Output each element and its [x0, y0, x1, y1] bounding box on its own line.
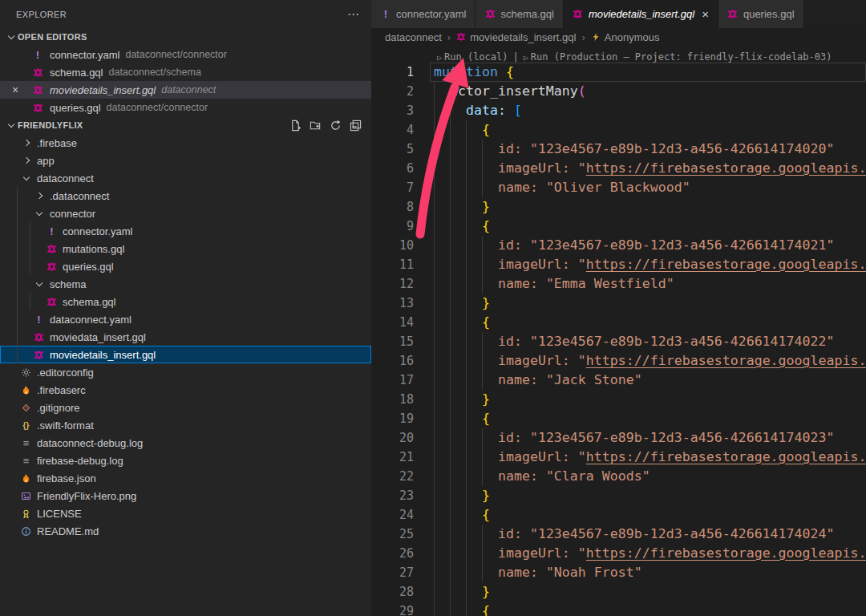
- code-line-content[interactable]: name: "Clara Woods": [414, 467, 866, 486]
- tree-item-label: mutations.gql: [63, 243, 124, 255]
- close-tab-icon[interactable]: ×: [702, 7, 709, 21]
- open-editor-connector-yaml[interactable]: !connector.yamldataconnect/connector: [0, 46, 371, 63]
- code-line-content[interactable]: }: [414, 197, 866, 217]
- code-line-content[interactable]: imageUrl: "https://firebasestorage.googl…: [414, 351, 866, 371]
- tree-item-schema[interactable]: schema: [0, 275, 371, 293]
- indent-guide: [434, 101, 435, 120]
- tree-item-readme-md[interactable]: README.md: [0, 522, 371, 540]
- code-line-content[interactable]: {: [414, 602, 866, 616]
- breadcrumb-item-moviedetails-insert-gql[interactable]: moviedetails_insert.gql: [456, 31, 576, 43]
- tree-item-dataconnect[interactable]: .dataconnect: [0, 187, 371, 205]
- code-line-content[interactable]: {: [414, 217, 866, 236]
- tree-item-firebaserc[interactable]: .firebaserc: [0, 381, 371, 399]
- line-number: 10: [371, 236, 414, 255]
- code-line-content[interactable]: data: [: [414, 101, 866, 120]
- line-number: 23: [371, 486, 414, 505]
- tree-item-firebase-json[interactable]: firebase.json: [0, 469, 371, 487]
- code-line-content[interactable]: imageUrl: "https://firebasestorage.googl…: [414, 255, 866, 274]
- indent-guide: [450, 582, 451, 602]
- tree-item-dataconnect-yaml[interactable]: !dataconnect.yaml: [0, 310, 371, 328]
- new-file-button[interactable]: [289, 119, 301, 132]
- code-line-content[interactable]: imageUrl: "https://firebasestorage.googl…: [414, 544, 866, 563]
- tree-item-dataconnect-debug-log[interactable]: ≡dataconnect-debug.log: [0, 434, 371, 452]
- line-number: 16: [371, 351, 414, 371]
- explorer-sidebar: EXPLORER ⋯ OPEN EDITORS !connector.yamld…: [0, 0, 371, 616]
- tree-item-dataconnect[interactable]: dataconnect: [0, 169, 371, 187]
- code-line: 10 id: "123e4567-e89b-12d3-a456-42661417…: [371, 236, 866, 255]
- code-line-content[interactable]: }: [414, 390, 866, 409]
- breadcrumb-item-dataconnect[interactable]: dataconnect: [385, 31, 442, 43]
- tree-item-connector[interactable]: connector: [0, 205, 371, 222]
- code-line: 3 data: [: [371, 101, 866, 120]
- codelens-run-local[interactable]: ▷Run (local): [437, 51, 508, 63]
- more-actions-button[interactable]: ⋯: [347, 7, 360, 22]
- codelens-run-production[interactable]: ▷Run (Production – Project: friendly-fli…: [524, 51, 832, 63]
- code-line-content[interactable]: mutation {: [414, 63, 866, 82]
- code-line-content[interactable]: name: "Emma Westfield": [414, 274, 866, 294]
- tree-item-moviedetails-insert-gql[interactable]: moviedetails_insert.gql: [0, 346, 371, 363]
- code-line-content[interactable]: name: "Noah Frost": [414, 563, 866, 582]
- code-line-content[interactable]: id: "123e4567-e89b-12d3-a456-42661417402…: [414, 525, 866, 544]
- flame-icon: [21, 473, 31, 484]
- code-line-content[interactable]: }: [414, 486, 866, 505]
- tree-item-firebase-debug-log[interactable]: ≡firebase-debug.log: [0, 452, 371, 469]
- tree-item-swift-format[interactable]: {}.swift-format: [0, 416, 371, 434]
- open-editor-queries-gql[interactable]: queries.gqldataconnect/connector: [0, 99, 371, 116]
- tree-item-moviedata-insert-gql[interactable]: moviedata_insert.gql: [0, 328, 371, 346]
- code-line-content[interactable]: {: [414, 409, 866, 428]
- tree-item-connector-yaml[interactable]: !connector.yaml: [0, 222, 371, 240]
- tree-item-firebase[interactable]: .firebase: [0, 134, 371, 152]
- open-editor-moviedetails-insert-gql[interactable]: ×moviedetails_insert.gqldataconnect: [0, 81, 371, 99]
- code-line-content[interactable]: {: [414, 505, 866, 525]
- open-editor-schema-gql[interactable]: schema.gqldataconnect/schema: [0, 63, 371, 81]
- graphql-icon: [34, 332, 44, 342]
- project-header-friendlyflix[interactable]: FRIENDLYFLIX: [0, 116, 371, 134]
- code-line-content[interactable]: }: [414, 294, 866, 313]
- code-line-content[interactable]: id: "123e4567-e89b-12d3-a456-42661417402…: [414, 236, 866, 255]
- tree-item-friendlyflix-hero-png[interactable]: FriendlyFlix-Hero.png: [0, 487, 371, 505]
- code-line-content[interactable]: imageUrl: "https://firebasestorage.googl…: [414, 448, 866, 467]
- new-folder-button[interactable]: [309, 119, 322, 132]
- project-actions: [289, 119, 362, 132]
- line-number: 14: [371, 313, 414, 332]
- collapse-folders-button[interactable]: [349, 119, 362, 132]
- code-line-content[interactable]: id: "123e4567-e89b-12d3-a456-42661417402…: [414, 140, 866, 159]
- line-number: 1: [371, 63, 414, 82]
- line-number: 29: [371, 602, 414, 616]
- tree-item-label: .swift-format: [37, 419, 94, 432]
- open-editors-header[interactable]: OPEN EDITORS: [0, 28, 371, 46]
- code-line: 9 {: [371, 217, 866, 236]
- code-line-content[interactable]: name: "Jack Stone": [414, 371, 866, 390]
- tab-connector-yaml[interactable]: !connector.yaml: [371, 0, 475, 28]
- indent-guide: [450, 505, 451, 525]
- tree-item-queries-gql[interactable]: queries.gql: [0, 257, 371, 275]
- indent-guide: [450, 217, 451, 236]
- line-number: 17: [371, 371, 414, 390]
- code-line-content[interactable]: {: [414, 313, 866, 332]
- tree-item-license[interactable]: LICENSE: [0, 505, 371, 522]
- code-line-content[interactable]: id: "123e4567-e89b-12d3-a456-42661417402…: [414, 428, 866, 448]
- breadcrumb-item-anonymous[interactable]: Anonymous: [591, 31, 660, 43]
- refresh-explorer-button[interactable]: [329, 119, 342, 132]
- code-line-content[interactable]: }: [414, 582, 866, 602]
- indent-guide: [466, 563, 467, 582]
- code-line-content[interactable]: name: "Oliver Blackwood": [414, 178, 866, 197]
- tab-queries-gql[interactable]: queries.gql: [718, 0, 804, 28]
- chevron-down-icon: [35, 279, 42, 286]
- code-line: 23 }: [371, 486, 866, 505]
- tree-item-editorconfig[interactable]: .editorconfig: [0, 363, 371, 381]
- code-editor[interactable]: ▷Run (local)|▷Run (Production – Project:…: [371, 46, 866, 616]
- code-line-content[interactable]: id: "123e4567-e89b-12d3-a456-42661417402…: [414, 332, 866, 351]
- tree-item-mutations-gql[interactable]: mutations.gql: [0, 240, 371, 257]
- indent-guide: [434, 351, 435, 371]
- tab-schema-gql[interactable]: schema.gql: [475, 0, 563, 28]
- tree-item-gitignore[interactable]: .gitignore: [0, 399, 371, 416]
- code-line-content[interactable]: imageUrl: "https://firebasestorage.googl…: [414, 159, 866, 178]
- tree-item-app[interactable]: app: [0, 152, 371, 169]
- code-line-content[interactable]: {: [414, 120, 866, 140]
- tree-item-schema-gql[interactable]: schema.gql: [0, 293, 371, 310]
- chevron-down-icon: [22, 173, 29, 180]
- close-editor-icon[interactable]: ×: [6, 83, 24, 96]
- code-line-content[interactable]: actor_insertMany(: [414, 82, 866, 101]
- tab-moviedetails-insert-gql[interactable]: moviedetails_insert.gql×: [564, 0, 718, 28]
